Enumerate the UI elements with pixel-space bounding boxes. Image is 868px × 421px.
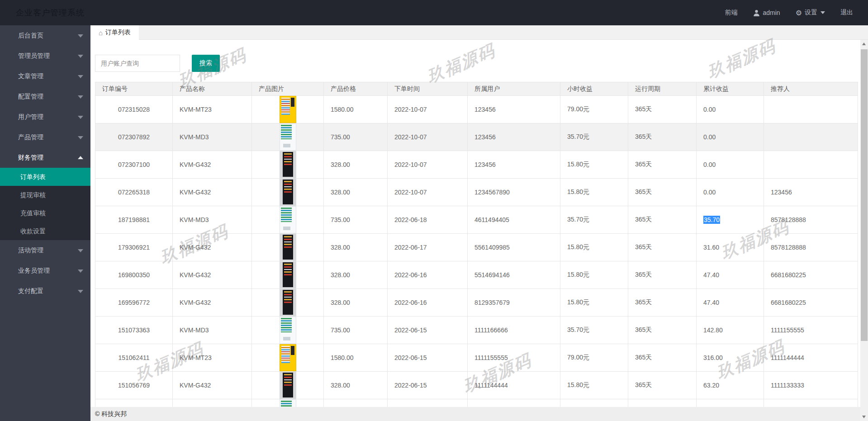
sidebar-item[interactable]: 配置管理 xyxy=(0,86,90,107)
sidebar-item[interactable]: 支付配置 xyxy=(0,281,90,301)
top-nav: 前端 admin ⚙ 设置 退出 xyxy=(717,0,861,25)
sidebar-item-label: 活动管理 xyxy=(18,246,43,254)
cell-image xyxy=(252,317,324,344)
scrollbar-thumb[interactable] xyxy=(861,49,868,341)
cell-referrer xyxy=(764,399,858,407)
cell-total-income: 0.00 xyxy=(697,123,764,151)
cell-order-time: 2022-06-16 xyxy=(388,289,468,317)
user-menu[interactable]: admin xyxy=(745,0,788,25)
order-table-wrap: 订单编号产品名称产品图片产品价格下单时间所属用户小时收益运行周期累计收益推荐人 … xyxy=(95,82,858,407)
sidebar-item-label: 业务员管理 xyxy=(18,267,50,274)
cell-order-no: 151073363 xyxy=(95,317,173,344)
chevron-down-icon xyxy=(78,136,83,139)
sidebar-item[interactable]: 后台首页 xyxy=(0,25,90,46)
settings-label: 设置 xyxy=(805,9,817,17)
sidebar-subitem[interactable]: 收款设置 xyxy=(0,222,90,240)
cell-order-time: 2022-10-07 xyxy=(388,123,468,151)
cell-hourly-income: 35.70元 xyxy=(560,123,628,151)
vertical-scrollbar[interactable] xyxy=(860,40,868,421)
top-header: 企业客户管理系统 前端 admin ⚙ 设置 退出 xyxy=(0,0,868,25)
sidebar-item[interactable]: 财务管理 xyxy=(0,147,90,168)
cell-image xyxy=(252,399,324,407)
sidebar-item[interactable]: 产品管理 xyxy=(0,127,90,147)
cell-user: 123456 xyxy=(468,96,560,123)
sidebar-item-label: 管理员管理 xyxy=(18,52,50,59)
chevron-down-icon xyxy=(78,75,83,78)
cell-total-income: 31.60 xyxy=(697,234,764,261)
username-label: admin xyxy=(763,9,780,16)
search-input[interactable] xyxy=(95,55,180,72)
cell-total-income: 47.40 xyxy=(697,261,764,289)
product-image-vending-machine-yellow xyxy=(280,344,296,371)
sidebar-item[interactable]: 活动管理 xyxy=(0,240,90,260)
cell-order-no xyxy=(95,399,173,407)
table-row: 151056769KVM-G432328.002022-06-151111144… xyxy=(95,372,858,399)
cell-order-time: 2022-10-07 xyxy=(388,96,468,123)
cell-total-income: 0.00 xyxy=(697,151,764,179)
order-table: 订单编号产品名称产品图片产品价格下单时间所属用户小时收益运行周期累计收益推荐人 … xyxy=(95,82,858,407)
cell-image xyxy=(252,96,324,123)
cell-image xyxy=(252,289,324,317)
table-row: 072315028KVM-MT231580.002022-10-07123456… xyxy=(95,96,858,123)
cell-cycle: 365天 xyxy=(628,179,697,206)
cell-referrer: 1111133333 xyxy=(764,372,858,399)
settings-menu[interactable]: ⚙ 设置 xyxy=(788,0,833,25)
cell-price: 328.00 xyxy=(324,372,388,399)
cell-hourly-income: 79.00元 xyxy=(560,344,628,372)
product-image-vending-machine-white xyxy=(280,317,296,344)
column-header: 累计收益 xyxy=(697,82,764,96)
product-image-vending-machine-black xyxy=(280,261,296,289)
cell-price: 735.00 xyxy=(324,206,388,234)
sidebar-subitem[interactable]: 订单列表 xyxy=(0,168,90,186)
sidebar-item[interactable]: 用户管理 xyxy=(0,107,90,127)
sidebar-item-label: 用户管理 xyxy=(18,113,43,120)
frontend-label: 前端 xyxy=(725,9,738,17)
cell-order-no: 151056769 xyxy=(95,372,173,399)
chevron-down-icon xyxy=(78,249,83,252)
cell-product-name: KVM-G432 xyxy=(173,261,252,289)
cell-cycle: 365天 xyxy=(628,151,697,179)
frontend-link[interactable]: 前端 xyxy=(717,0,745,25)
column-header: 产品名称 xyxy=(173,82,252,96)
cell-order-time: 2022-06-18 xyxy=(388,206,468,234)
home-icon: ⌂ xyxy=(99,29,103,37)
search-button[interactable]: 搜索 xyxy=(192,55,220,72)
tab-order-list[interactable]: ⌂ 订单列表 xyxy=(90,25,139,40)
cell-user: 1111155555 xyxy=(468,344,560,372)
cell-image xyxy=(252,151,324,179)
sidebar-subitem[interactable]: 提现审核 xyxy=(0,186,90,204)
sidebar-item-label: 配置管理 xyxy=(18,93,43,100)
sidebar-item[interactable]: 业务员管理 xyxy=(0,260,90,281)
cell-referrer: 123456 xyxy=(764,179,858,206)
chevron-down-icon xyxy=(78,34,83,38)
cell-price: 1580.00 xyxy=(324,96,388,123)
product-image-vending-machine-white xyxy=(280,206,296,233)
scroll-up-arrow-icon[interactable] xyxy=(862,43,866,45)
cell-order-time xyxy=(388,399,468,407)
cell-order-no: 169800350 xyxy=(95,261,173,289)
search-row: 搜索 xyxy=(95,55,220,72)
column-header: 小时收益 xyxy=(560,82,628,96)
sidebar-subitem[interactable]: 充值审核 xyxy=(0,204,90,222)
logout-link[interactable]: 退出 xyxy=(833,0,861,25)
column-header: 订单编号 xyxy=(95,82,173,96)
column-header: 所属用户 xyxy=(468,82,560,96)
selected-text: 35.70 xyxy=(703,216,720,224)
cell-cycle: 365天 xyxy=(628,96,697,123)
sidebar: 后台首页管理员管理文章管理配置管理用户管理产品管理财务管理订单列表提现审核充值审… xyxy=(0,25,90,421)
cell-user: 4611494405 xyxy=(468,206,560,234)
sidebar-item[interactable]: 文章管理 xyxy=(0,66,90,86)
sidebar-item-label: 支付配置 xyxy=(18,287,43,294)
cell-order-no: 072265318 xyxy=(95,179,173,206)
cell-product-name: KVM-G432 xyxy=(173,372,252,399)
cell-order-time: 2022-10-07 xyxy=(388,179,468,206)
cell-order-no: 169596772 xyxy=(95,289,173,317)
scroll-down-arrow-icon[interactable] xyxy=(862,416,866,418)
sidebar-item[interactable]: 管理员管理 xyxy=(0,46,90,66)
content-area: ⌂ 订单列表 搜索 订单编号产品名称产品图片产品价格下单时间所属用户小时收益运行… xyxy=(90,25,868,421)
chevron-down-icon xyxy=(78,270,83,273)
sidebar-item-label: 文章管理 xyxy=(18,72,43,80)
chevron-up-icon xyxy=(78,156,83,159)
cell-referrer: 6681680225 xyxy=(764,289,858,317)
cell-user: 1111144444 xyxy=(468,372,560,399)
